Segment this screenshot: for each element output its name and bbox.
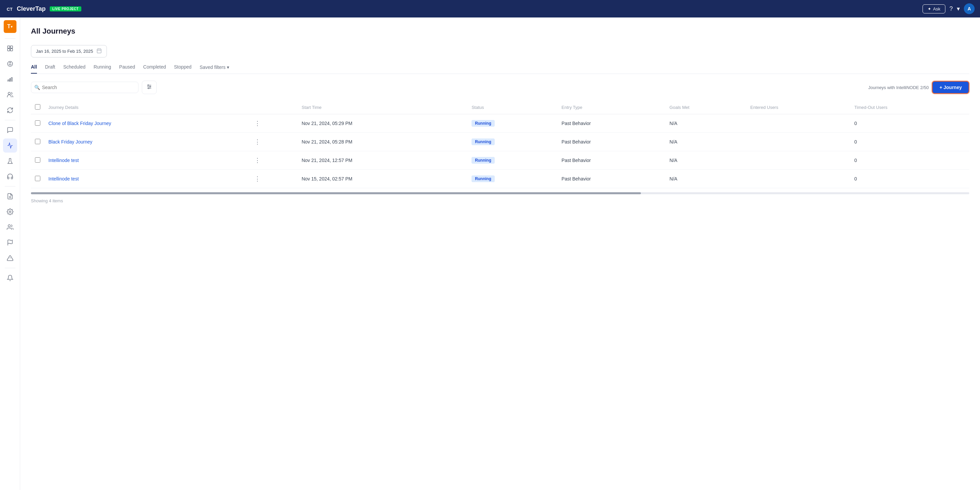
chevron-down-icon: ▾	[957, 5, 960, 13]
top-nav: CT CleverTap LIVE PROJECT ✦ Ask ? ▾ A	[0, 0, 980, 18]
settings-icon	[7, 208, 13, 215]
sidebar-item-flags[interactable]	[3, 235, 17, 250]
reports-icon	[7, 193, 13, 200]
row-entered-users	[746, 114, 850, 133]
filter-tabs: All Draft Scheduled Running Paused Compl…	[31, 64, 969, 74]
journey-name-link-3[interactable]: Intellinode test	[48, 176, 79, 181]
row-status: Running	[468, 151, 558, 170]
dropdown-button[interactable]: ▾	[957, 5, 960, 13]
row-more-cell: ⋮	[249, 133, 298, 151]
avatar[interactable]: A	[964, 3, 975, 14]
row-checkbox-0[interactable]	[35, 120, 40, 126]
table-scrollbar[interactable]	[31, 192, 969, 194]
journey-table: Journey Details Start Time Status Entry …	[31, 101, 969, 188]
journey-name-link-2[interactable]: Intellinode test	[48, 158, 79, 163]
table-row: Black Friday Journey ⋮ Nov 21, 2024, 05:…	[31, 133, 969, 151]
row-name-cell: Intellinode test	[45, 170, 249, 188]
row-checkbox-cell	[31, 151, 45, 170]
svg-point-24	[150, 86, 151, 88]
svg-text:CT: CT	[7, 7, 13, 12]
row-name-cell: Black Friday Journey	[45, 133, 249, 151]
sidebar-item-notifications[interactable]	[3, 271, 17, 285]
search-icon: 🔍	[34, 85, 40, 90]
app-body: T ▾	[0, 18, 980, 490]
journeys-icon	[7, 142, 13, 149]
sidebar-item-analytics[interactable]	[3, 72, 17, 86]
journey-name-link-1[interactable]: Black Friday Journey	[48, 139, 92, 145]
sliders-icon	[146, 84, 152, 91]
sidebar-item-journeys[interactable]	[3, 138, 17, 153]
more-options-button-2[interactable]: ⋮	[253, 157, 262, 164]
users-icon	[7, 91, 13, 98]
sidebar-item-warnings[interactable]	[3, 251, 17, 265]
logo-label: CleverTap	[17, 5, 46, 13]
svg-rect-16	[97, 49, 101, 53]
search-input[interactable]	[31, 82, 138, 93]
journey-name-link-0[interactable]: Clone of Black Friday Journey	[48, 121, 111, 126]
table-row: Intellinode test ⋮ Nov 15, 2024, 02:57 P…	[31, 170, 969, 188]
svg-point-8	[8, 92, 10, 95]
sidebar-item-audio[interactable]	[3, 169, 17, 183]
nav-right: ✦ Ask ? ▾ A	[923, 3, 975, 14]
row-checkbox-cell	[31, 114, 45, 133]
logo[interactable]: CT CleverTap	[5, 4, 46, 13]
saved-filters-button[interactable]: Saved filters ▾	[200, 65, 229, 73]
sidebar-item-experiments[interactable]	[3, 154, 17, 168]
tab-running[interactable]: Running	[94, 64, 111, 73]
help-button[interactable]: ?	[950, 5, 953, 13]
row-goals-met: N/A	[665, 114, 746, 133]
tab-all[interactable]: All	[31, 64, 37, 73]
scrollbar-thumb[interactable]	[31, 192, 641, 194]
row-status: Running	[468, 170, 558, 188]
th-status: Status	[468, 101, 558, 114]
row-checkbox-1[interactable]	[35, 139, 40, 144]
sidebar-item-dashboard[interactable]	[3, 41, 17, 56]
sidebar-item-messages[interactable]	[3, 123, 17, 137]
tab-completed[interactable]: Completed	[143, 64, 166, 73]
tab-scheduled[interactable]: Scheduled	[63, 64, 85, 73]
row-checkbox-2[interactable]	[35, 157, 40, 163]
row-goals-met: N/A	[665, 151, 746, 170]
row-more-cell: ⋮	[249, 151, 298, 170]
row-more-cell: ⋮	[249, 114, 298, 133]
row-name-cell: Intellinode test	[45, 151, 249, 170]
svg-point-11	[9, 211, 11, 213]
create-journey-button[interactable]: + Journey	[932, 81, 969, 94]
row-goals-met: N/A	[665, 170, 746, 188]
sidebar-item-reports[interactable]	[3, 189, 17, 203]
flags-icon	[7, 239, 13, 246]
showing-items-label: Showing 4 items	[31, 198, 63, 203]
more-options-button-1[interactable]: ⋮	[253, 138, 262, 146]
tab-draft[interactable]: Draft	[45, 64, 55, 73]
sidebar-item-sync[interactable]	[3, 103, 17, 117]
workspace-selector[interactable]: T ▾	[4, 20, 16, 33]
warnings-icon	[7, 255, 13, 261]
sidebar: T ▾	[0, 18, 20, 490]
sidebar-item-team[interactable]	[3, 220, 17, 234]
bell-icon	[7, 275, 13, 281]
svg-point-23	[148, 85, 149, 86]
calendar-icon	[97, 48, 102, 54]
sidebar-item-users[interactable]	[3, 88, 17, 102]
svg-rect-4	[7, 49, 10, 51]
row-entered-users	[746, 170, 850, 188]
team-icon	[7, 224, 13, 231]
row-entry-type: Past Behavior	[558, 151, 665, 170]
row-start-time: Nov 21, 2024, 05:28 PM	[298, 133, 468, 151]
svg-rect-5	[10, 49, 13, 51]
nav-left: CT CleverTap LIVE PROJECT	[5, 4, 81, 13]
date-range-picker[interactable]: Jan 16, 2025 to Feb 15, 2025	[31, 45, 107, 57]
more-options-button-0[interactable]: ⋮	[253, 119, 262, 127]
table-header-row: Journey Details Start Time Status Entry …	[31, 101, 969, 114]
tab-paused[interactable]: Paused	[119, 64, 135, 73]
help-icon: ?	[950, 5, 953, 13]
more-options-button-3[interactable]: ⋮	[253, 175, 262, 183]
sidebar-item-campaigns[interactable]	[3, 57, 17, 71]
ask-button[interactable]: ✦ Ask	[923, 4, 945, 13]
filter-options-button[interactable]	[142, 81, 157, 94]
sidebar-item-settings[interactable]	[3, 205, 17, 219]
search-wrap: 🔍	[31, 82, 138, 93]
tab-stopped[interactable]: Stopped	[174, 64, 192, 73]
select-all-checkbox[interactable]	[35, 104, 40, 110]
row-checkbox-3[interactable]	[35, 176, 40, 181]
